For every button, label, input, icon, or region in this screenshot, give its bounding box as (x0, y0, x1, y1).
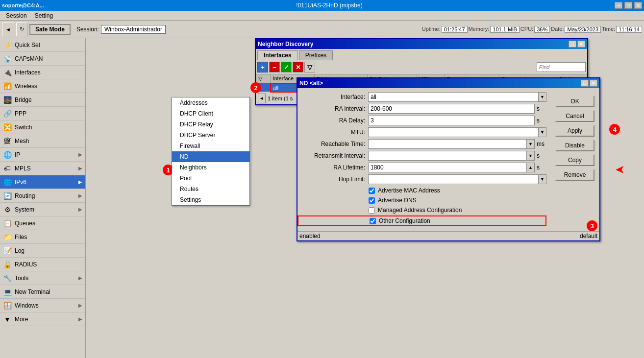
advertise-mac-checkbox[interactable] (369, 188, 375, 194)
nd-filter-btn[interactable]: ▽ (304, 62, 315, 72)
copy-button[interactable]: Copy (555, 154, 594, 166)
sidebar-item-mesh[interactable]: 🕸 Mesh (0, 134, 85, 148)
menu-item-settings[interactable]: Settings (172, 194, 249, 205)
sidebar-item-more[interactable]: ▼ More ▶ (0, 312, 85, 326)
ra-delay-input[interactable] (368, 116, 535, 125)
sidebar-label-ppp: PPP (15, 110, 82, 117)
sidebar-label-queues: Queues (15, 220, 82, 227)
sidebar-item-tools[interactable]: 🔧 Tools ▶ (0, 271, 85, 285)
time-value: 11:16:14 (616, 26, 642, 33)
menu-item-dhcp-relay[interactable]: DHCP Relay (172, 119, 249, 130)
ra-interval-unit: s (537, 105, 546, 112)
menu-setting[interactable]: Setting (31, 12, 57, 20)
minimize-btn[interactable]: ─ (615, 2, 622, 9)
hop-limit-input[interactable] (368, 174, 539, 184)
safe-mode-button[interactable]: Safe Mode (29, 24, 71, 35)
sidebar-item-ipv6[interactable]: 🌐 IPv6 ▶ (0, 175, 85, 189)
menu-item-firewall[interactable]: Firewall (172, 141, 249, 151)
ip-arrow: ▶ (78, 152, 82, 157)
interface-dropdown-btn[interactable]: ▼ (539, 92, 546, 102)
sidebar-label-log: Log (15, 247, 82, 254)
sidebar-item-files[interactable]: 📁 Files (0, 230, 85, 244)
ra-interval-input[interactable] (368, 104, 535, 114)
ra-lifetime-up-btn[interactable]: ▲ (527, 163, 535, 172)
nd-close-btn[interactable]: ✕ (577, 41, 585, 48)
close-btn[interactable]: ✕ (634, 2, 642, 9)
ok-button[interactable]: OK (555, 95, 594, 107)
status-middle (324, 233, 576, 239)
sidebar-item-routing[interactable]: 🔄 Routing ▶ (0, 189, 85, 203)
retransmit-input[interactable] (368, 151, 527, 161)
nd-restore-btn[interactable]: □ (569, 41, 576, 48)
back-btn[interactable]: ◄ (2, 23, 14, 36)
retransmit-dropdown-btn[interactable]: ▼ (527, 151, 535, 161)
sidebar-item-capsman[interactable]: 📡 CAPsMAN (0, 52, 85, 66)
sidebar-item-radius[interactable]: 🔒 RADIUS (0, 258, 85, 271)
refresh-btn[interactable]: ↻ (16, 23, 27, 36)
sidebar-item-queues[interactable]: 📋 Queues (0, 216, 85, 230)
nd-remove-btn[interactable]: − (269, 62, 280, 72)
maximize-btn[interactable]: □ (624, 2, 632, 9)
sidebar-item-windows[interactable]: 🪟 Windows ▶ (0, 299, 85, 312)
menu-item-dhcp-client[interactable]: DHCP Client (172, 108, 249, 119)
menu-item-neighbors[interactable]: Neighbors (172, 162, 249, 173)
mtu-dropdown-btn[interactable]: ▼ (539, 127, 546, 137)
menu-item-dhcp-server[interactable]: DHCP Server (172, 130, 249, 141)
title-right: !011UiAS-2HnD (mipsbe) (296, 2, 362, 9)
tab-interfaces[interactable]: Interfaces (257, 50, 298, 60)
nd-add-btn[interactable]: + (257, 62, 268, 72)
ipv6-arrow: ▶ (78, 179, 82, 185)
apply-button[interactable]: Apply (555, 125, 594, 137)
remove-button[interactable]: Remove (555, 169, 594, 181)
sidebar-item-bridge[interactable]: 🌉 Bridge (0, 93, 85, 107)
advertise-mac-row: Advertise MAC Address (297, 186, 550, 195)
nd-all-restore[interactable]: □ (581, 80, 589, 87)
cancel-button[interactable]: Cancel (555, 110, 594, 122)
menu-item-pool[interactable]: Pool (172, 173, 249, 184)
advertise-dns-checkbox[interactable] (369, 197, 375, 204)
reachable-input[interactable] (368, 139, 527, 149)
other-config-checkbox[interactable] (370, 218, 376, 224)
nd-all-close[interactable]: ✕ (590, 80, 597, 87)
menu-item-routes[interactable]: Routes (172, 184, 249, 194)
tab-prefixes[interactable]: Prefixes (299, 50, 333, 60)
hop-limit-label: Hop Limit: (301, 176, 365, 183)
session-label: Session: (76, 26, 99, 33)
interface-input[interactable] (368, 92, 539, 102)
menu-session[interactable]: Session (2, 12, 31, 20)
nd-window-controls[interactable]: □ ✕ (569, 41, 585, 48)
reachable-row: Reachable Time: ▼ ms (297, 139, 550, 149)
sidebar-item-new-terminal[interactable]: 💻 New Terminal (0, 285, 85, 299)
title-controls[interactable]: ─ □ ✕ (615, 2, 642, 9)
mtu-label: MTU: (301, 129, 365, 136)
ra-interval-row: RA Interval: s (297, 104, 550, 114)
ipv6-icon: 🌐 (3, 178, 12, 187)
sidebar-item-wireless[interactable]: 📶 Wireless (0, 79, 85, 93)
sidebar-item-mpls[interactable]: 🏷 MPLS ▶ (0, 162, 85, 175)
nd-disable-btn[interactable]: ✕ (293, 62, 303, 72)
nd-find-input[interactable] (537, 62, 586, 72)
disable-button[interactable]: Disable (555, 140, 594, 151)
sidebar-item-switch[interactable]: 🔀 Switch (0, 120, 85, 134)
sidebar-item-system[interactable]: ⚙ System ▶ (0, 203, 85, 216)
menu-item-addresses[interactable]: Addresses (172, 97, 249, 108)
sidebar-item-interfaces[interactable]: 🔌 Interfaces (0, 66, 85, 79)
managed-addr-checkbox[interactable] (369, 207, 375, 214)
radius-icon: 🔒 (3, 260, 12, 269)
nd-all-controls[interactable]: □ ✕ (581, 80, 597, 87)
sidebar-item-ip[interactable]: 🌐 IP ▶ (0, 148, 85, 162)
advertise-dns-label: Advertise DNS (378, 197, 417, 204)
title-bar: soporte@C4:A... !011UiAS-2HnD (mipsbe) ─… (0, 0, 644, 11)
ra-lifetime-input[interactable] (368, 163, 527, 172)
badge-4: 4 (609, 124, 620, 135)
apply-arrow: ➤ (615, 163, 625, 177)
sidebar-item-quick-set[interactable]: ⚡ Quick Set (0, 38, 85, 52)
sidebar-item-log[interactable]: 📝 Log (0, 244, 85, 258)
scroll-left-btn[interactable]: ◄ (258, 94, 266, 103)
sidebar-item-ppp[interactable]: 🔗 PPP (0, 107, 85, 120)
nd-enable-btn[interactable]: ✓ (281, 62, 292, 72)
reachable-dropdown-btn[interactable]: ▼ (527, 139, 535, 149)
hop-limit-dropdown-btn[interactable]: ▼ (539, 174, 546, 184)
menu-item-nd[interactable]: ND (172, 151, 249, 162)
mtu-input[interactable] (368, 127, 539, 137)
